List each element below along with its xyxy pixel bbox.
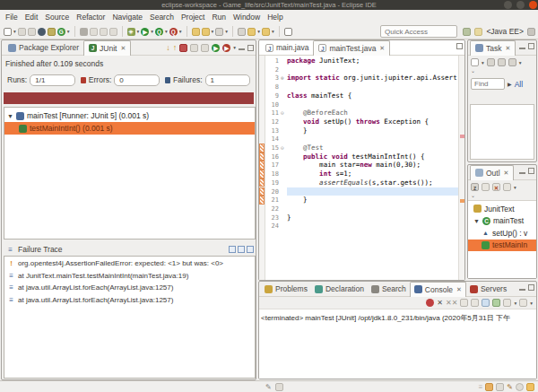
terminate-icon[interactable]: [426, 299, 434, 307]
minimize-view-icon[interactable]: [239, 45, 245, 50]
fold-icon[interactable]: ⊖: [281, 144, 287, 152]
remove-all-icon[interactable]: ✕✕: [446, 299, 457, 307]
prev-failure-icon[interactable]: ↑: [173, 43, 178, 52]
quick-access-input[interactable]: [380, 25, 457, 38]
dropdown-arrow-icon[interactable]: ▾: [165, 29, 168, 34]
open-console-menu-icon[interactable]: ▾: [530, 301, 533, 306]
code-line-9[interactable]: 9class mainTest {: [265, 91, 458, 100]
code-line-2[interactable]: 2: [265, 65, 458, 74]
code-line-24[interactable]: 24: [265, 222, 458, 231]
view-menu-icon[interactable]: ▾: [514, 185, 516, 190]
tab-junit[interactable]: JJUnit✕: [83, 40, 131, 56]
code-line-13[interactable]: 13 }: [265, 126, 458, 135]
hide-static-icon[interactable]: ✕: [492, 183, 500, 191]
hide-fields-icon[interactable]: [482, 183, 490, 191]
task-find-input[interactable]: [471, 78, 505, 90]
step-icon[interactable]: [100, 28, 108, 36]
maximize-view-icon[interactable]: [528, 168, 534, 174]
new-window-icon[interactable]: [284, 28, 292, 36]
dropdown-arrow-icon[interactable]: ▾: [272, 29, 274, 34]
rerun-failed-icon[interactable]: ▶: [222, 44, 230, 52]
next-failure-icon[interactable]: ↓: [166, 43, 170, 52]
search-icon[interactable]: [38, 28, 46, 36]
task-all-link[interactable]: All: [515, 80, 523, 89]
save-icon[interactable]: [18, 28, 26, 36]
open-console-icon[interactable]: [519, 299, 527, 307]
close-button[interactable]: [529, 1, 537, 9]
perspective-switcher-icon[interactable]: [527, 28, 535, 36]
dropdown-arrow-icon[interactable]: ▾: [67, 29, 70, 34]
perspective-label[interactable]: <Java EE>: [486, 27, 524, 36]
menu-project[interactable]: Project: [181, 13, 204, 22]
occurrence-overview-marker[interactable]: [460, 199, 464, 203]
status-icon-2[interactable]: [496, 383, 504, 391]
status-pencil-icon[interactable]: ✎: [507, 383, 513, 391]
tab-close-icon[interactable]: ✕: [505, 45, 510, 52]
tab-close-icon[interactable]: ✕: [379, 45, 385, 52]
scroll-lock-icon[interactable]: [471, 299, 479, 307]
print-icon[interactable]: [48, 28, 56, 36]
run-icon[interactable]: ▶: [141, 28, 149, 36]
new-task-icon[interactable]: [471, 58, 479, 66]
fold-icon[interactable]: ⊕: [281, 74, 287, 83]
view-menu-icon[interactable]: ▾: [519, 60, 522, 65]
tab-search[interactable]: Search: [368, 282, 410, 297]
trace-line[interactable]: !org.opentest4j.AssertionFailedError: ex…: [4, 257, 255, 270]
dropdown-arrow-icon[interactable]: ▾: [179, 29, 182, 34]
code-line-12[interactable]: 12 void setUp() throws Exception {: [265, 118, 458, 126]
code-line-19[interactable]: 19 assertEquals(s,star.gets());: [265, 179, 458, 187]
menu-edit[interactable]: Edit: [25, 13, 39, 22]
debug-icon[interactable]: ✳: [127, 28, 135, 36]
menu-source[interactable]: Source: [45, 13, 69, 22]
remove-launch-icon[interactable]: ✕: [437, 299, 443, 307]
filter-icon[interactable]: [498, 58, 506, 66]
dropdown-arrow-icon[interactable]: ▾: [225, 29, 228, 34]
outline-item-setupv[interactable]: ▲setUp() : v: [468, 227, 536, 240]
tab-problems[interactable]: Problems: [261, 282, 311, 297]
tab-task[interactable]: Task ✕: [470, 40, 516, 56]
hide-nonpublic-icon[interactable]: [503, 183, 511, 191]
menu-search[interactable]: Search: [150, 13, 174, 22]
maximize-editor-icon[interactable]: [456, 43, 463, 49]
expand-arrow-icon[interactable]: ▶: [508, 81, 512, 87]
display-selected-icon[interactable]: ▾: [514, 301, 516, 306]
code-line-10[interactable]: 10: [265, 100, 458, 109]
tab-mainTest-java[interactable]: JmainTest.java✕: [313, 40, 390, 56]
word-wrap-icon[interactable]: [482, 299, 490, 307]
tab-close-icon[interactable]: ✕: [504, 170, 509, 177]
code-line-22[interactable]: 22: [265, 205, 458, 213]
code-line-18[interactable]: 18 int s=1;: [265, 170, 458, 179]
compare-result-icon[interactable]: [229, 246, 236, 253]
error-overview-marker[interactable]: [460, 135, 464, 138]
minimize-view-icon[interactable]: [519, 169, 525, 174]
dropdown-icon[interactable]: ▾: [482, 60, 484, 65]
test-tree-row[interactable]: testMainIntInt() (0.001 s): [4, 122, 255, 135]
tab-main-java[interactable]: Jmain.java: [261, 40, 313, 56]
maximize-view-icon[interactable]: [247, 45, 254, 51]
trace-line[interactable]: ≡at JunitText.mainTest.testMainIntInt(ma…: [4, 270, 255, 283]
maximize-view-icon[interactable]: [528, 284, 534, 291]
code-line-16[interactable]: 16 public void testMainIntInt() {: [265, 152, 458, 161]
maximize-button[interactable]: [516, 1, 525, 9]
outline-item-testmainin[interactable]: testMainIn: [468, 240, 536, 252]
resume-icon[interactable]: [109, 28, 117, 36]
display-console-icon[interactable]: [503, 299, 511, 307]
menu-file[interactable]: File: [5, 13, 18, 22]
status-icon-1[interactable]: [485, 383, 493, 391]
categorize-icon[interactable]: [487, 58, 495, 66]
outline-item-junittext[interactable]: JunitText: [468, 203, 536, 215]
code-line-21[interactable]: 21 }: [265, 196, 458, 205]
menu-run[interactable]: Run: [212, 13, 226, 22]
menu-help[interactable]: Help: [267, 13, 282, 22]
tab-outline[interactable]: Outl ✕: [470, 165, 514, 180]
editor-content[interactable]: 1package JunitText;23⊕import static org.…: [259, 56, 464, 280]
sort-icon[interactable]: z: [471, 183, 479, 191]
dropdown-arrow-icon[interactable]: ▾: [233, 45, 236, 50]
show-stack-icon[interactable]: [247, 246, 254, 253]
tab-console[interactable]: Console✕: [410, 282, 466, 297]
rerun-icon[interactable]: ▶: [212, 44, 220, 52]
java-ee-perspective-icon[interactable]: [474, 28, 482, 36]
profile-icon[interactable]: Q: [169, 28, 178, 36]
code-line-20[interactable]: 20: [265, 187, 458, 196]
status-icon-3[interactable]: [516, 383, 524, 391]
